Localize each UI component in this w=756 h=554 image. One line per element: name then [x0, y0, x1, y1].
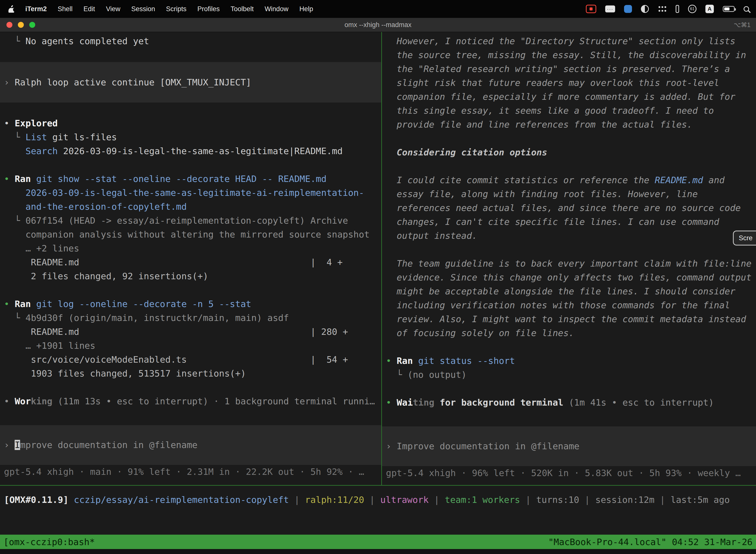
terminal-line: └ No agents completed yet	[0, 34, 381, 48]
terminal-line: might be acceptable alongside the file l…	[382, 284, 756, 298]
text-segment: Ran	[397, 356, 413, 366]
text-segment: 4b9d30f (origin/main, instructkr/main, m…	[25, 313, 289, 323]
terminal-line: references need actual files, and since …	[382, 201, 756, 215]
text-segment: 2 files changed, 92 insertions(+)	[4, 271, 208, 281]
text-segment: 2026-03-09-is-legal-the-same-as-legitima…	[4, 188, 364, 198]
text-segment	[386, 147, 397, 157]
window-title: omx --xhigh --madmax	[0, 18, 756, 32]
blue-app-icon[interactable]	[624, 5, 632, 13]
terminal-line: 2 files changed, 92 insertions(+)	[0, 269, 381, 283]
terminal-line: • Ran git status --short	[382, 354, 756, 368]
text-segment: mprove documentation in @filename	[20, 440, 197, 450]
terminal-line: evidence. Since this change only affects…	[382, 271, 756, 284]
text-segment: README.md | 4 +	[4, 257, 342, 267]
terminal-line: Considering citation options	[382, 146, 756, 159]
circle-app-icon[interactable]	[641, 5, 649, 13]
text-segment: Explored	[15, 118, 58, 128]
terminal-line: this single essay, it seems like a good …	[382, 104, 756, 118]
text-segment: Ran	[15, 174, 31, 184]
terminal-line: src/voice/voiceModeEnabled.ts | 54 +	[0, 353, 381, 367]
battery-icon[interactable]	[723, 6, 735, 12]
menu-item-edit[interactable]: Edit	[83, 5, 95, 13]
right-terminal-pane[interactable]: However, I noticed the "Directory Struct…	[382, 32, 756, 487]
terminal-line: └ (no output)	[382, 368, 756, 382]
text-segment: Wai	[397, 397, 413, 407]
keyboard-icon[interactable]: ···	[605, 5, 615, 12]
terminal-line: I could cite commit statistics or refere…	[382, 173, 756, 187]
prompt-input[interactable]: › Improve documentation in @filename	[382, 427, 756, 466]
text-segment: └	[4, 313, 25, 323]
terminal-line: └ 067f154 (HEAD -> essay/ai-reimplementa…	[0, 214, 381, 228]
text-segment: ultrawork	[380, 495, 429, 505]
screen-recording-icon[interactable]	[586, 5, 596, 13]
text-segment: last:5m ago	[671, 495, 730, 505]
prompt-input[interactable]: › Improve documentation in @filename	[0, 425, 381, 465]
text-segment: (1m 41s • esc to interrupt)	[563, 397, 714, 407]
text-segment: evidence. Since this change only affects…	[386, 272, 752, 282]
text-segment: the "Related research writing" section i…	[386, 64, 730, 74]
text-segment: git status --short	[418, 356, 515, 366]
text-segment: including verification notes with those …	[386, 300, 730, 310]
screen-edge-notification[interactable]: Scre	[733, 231, 756, 245]
text-segment: Search	[25, 146, 58, 156]
text-segment: and-the-erosion-of-copyleft.md	[4, 202, 187, 212]
blank-line	[0, 48, 381, 62]
text-segment: Considering citation options	[397, 147, 547, 157]
menu-item-view[interactable]: View	[106, 5, 120, 13]
text-segment: Improve documentation in @filename	[397, 441, 579, 451]
terminal-line: README.md | 4 +	[0, 256, 381, 269]
terminal-line: including verification notes with those …	[382, 298, 756, 312]
text-segment: cczip/essay/ai-reimplementation-copyleft	[74, 495, 289, 505]
blank-line	[382, 131, 756, 146]
text-segment: •	[386, 356, 397, 366]
text-segment: |	[654, 495, 671, 505]
terminal-line: provide file and line references from th…	[382, 118, 756, 131]
text-segment: session:12m	[595, 495, 654, 505]
menu-item-iterm2[interactable]: iTerm2	[25, 5, 47, 13]
window-title-bar[interactable]: omx --xhigh --madmax ⌥⌘1	[0, 18, 756, 32]
blank-line	[382, 382, 756, 396]
menu-item-window[interactable]: Window	[265, 5, 289, 13]
search-icon[interactable]	[744, 6, 749, 12]
text-segment: |	[579, 495, 595, 505]
menu-item-toolbelt[interactable]: Toolbelt	[231, 5, 254, 13]
left-terminal-pane[interactable]: └ No agents completed yet› Ralph loop ac…	[0, 32, 381, 487]
badge-61-icon[interactable]: 61	[688, 5, 696, 13]
text-segment: ralph:11/20	[305, 495, 364, 505]
display-icon[interactable]	[676, 5, 679, 13]
terminal-line: review. Also, I might want to inspect th…	[382, 312, 756, 326]
terminal-line: README.md | 280 +	[0, 325, 381, 339]
text-segment: companion file, especially if more comme…	[386, 92, 736, 102]
grid-dots-icon[interactable]	[658, 6, 667, 12]
text-segment	[4, 146, 25, 156]
input-source-icon[interactable]: A	[705, 5, 714, 13]
terminal-line: 2026-03-09-is-legal-the-same-as-legitima…	[0, 186, 381, 200]
menu-item-scripts[interactable]: Scripts	[166, 5, 187, 13]
text-segment: 067f154 (HEAD -> essay/ai-reimplementati…	[25, 215, 348, 226]
text-segment: |	[520, 495, 536, 505]
text-segment: Wor	[15, 396, 31, 406]
menu-item-session[interactable]: Session	[131, 5, 155, 13]
terminal-line: slight risk that future readers may over…	[382, 76, 756, 90]
terminal-line: 1903 files changed, 513517 insertions(+)	[0, 367, 381, 381]
menu-item-help[interactable]: Help	[299, 5, 313, 13]
text-segment: I could cite commit statistics or refere…	[386, 175, 655, 185]
text-segment: git ls-files	[47, 132, 117, 142]
menu-item-profiles[interactable]: Profiles	[197, 5, 220, 13]
text-segment: and	[703, 175, 725, 185]
terminal-line: • Ran git show --stat --oneline --decora…	[0, 172, 381, 186]
text-segment: … +1901 lines	[4, 340, 95, 351]
terminal-line: the "Related research writing" section i…	[382, 62, 756, 76]
bottom-strip	[0, 549, 756, 554]
text-segment: Ralph loop active continue [OMX_TMUX_INJ…	[15, 77, 251, 88]
apple-menu-icon[interactable]	[8, 5, 15, 13]
terminal-line: └ List git ls-files	[0, 130, 381, 144]
text-segment: |	[289, 495, 305, 505]
text-segment: provide file and line references from th…	[386, 119, 692, 129]
text-segment: slight risk that future readers may over…	[386, 78, 719, 88]
terminal-line: output instead.	[382, 229, 756, 243]
text-segment: •	[4, 299, 15, 309]
terminal-line: Search 2026-03-09-is-legal-the-same-as-l…	[0, 144, 381, 158]
text-segment: for background terminal	[434, 397, 563, 407]
menu-item-shell[interactable]: Shell	[58, 5, 73, 13]
